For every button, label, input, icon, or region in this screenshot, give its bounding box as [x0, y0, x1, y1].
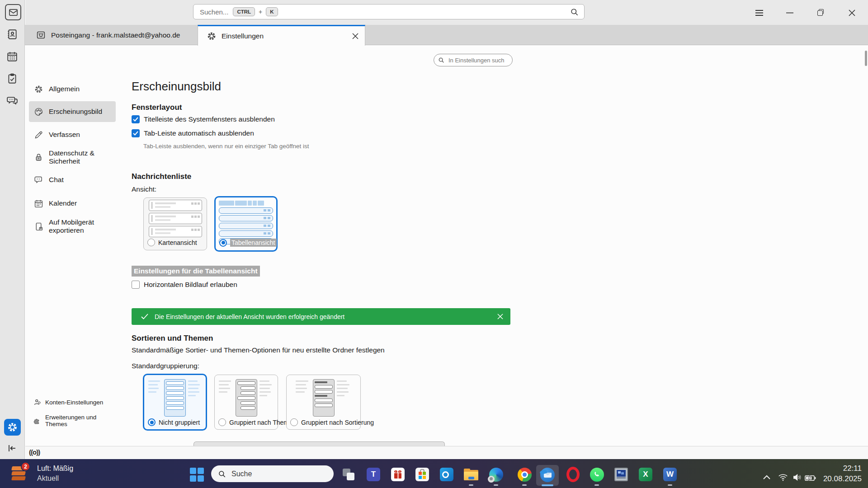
chevron-up-icon — [763, 475, 770, 479]
running-indicator — [522, 484, 527, 486]
sidebar-item-erscheinungsbild[interactable]: Erscheinungsbild — [29, 101, 116, 122]
settings-search-input[interactable] — [448, 56, 508, 64]
app-menu-button[interactable] — [752, 6, 766, 19]
word-button[interactable]: W — [663, 467, 677, 482]
file-explorer-button[interactable] — [464, 467, 478, 482]
outlook-button[interactable] — [439, 467, 454, 482]
tray-battery-button[interactable] — [803, 471, 817, 485]
rewards-button[interactable] — [391, 467, 405, 482]
tray-chevron-button[interactable] — [760, 470, 774, 484]
sidebar-item-erweiterungen[interactable]: Erweiterungen und Themes — [29, 414, 118, 427]
grouping-illustration — [296, 379, 351, 417]
radio-checked[interactable] — [148, 418, 156, 426]
option-gruppiert-sortierung[interactable]: Gruppiert nach Sortierung — [286, 375, 361, 430]
grouping-illustration — [219, 379, 274, 417]
space-mail-button[interactable] — [5, 4, 21, 20]
teams-button[interactable]: T — [366, 467, 381, 482]
toast-close-icon[interactable] — [497, 314, 503, 319]
section-fensterlayout: Fensterlayout — [132, 103, 182, 112]
radio-unchecked[interactable] — [218, 418, 226, 426]
radio-checked[interactable] — [219, 239, 227, 247]
checkbox-horizontal-scroll[interactable]: Horizontalen Bildlauf erlauben — [132, 281, 237, 289]
gear-icon — [34, 84, 43, 94]
radio-unchecked[interactable] — [290, 418, 298, 426]
account-settings-icon — [33, 398, 41, 406]
close-icon — [849, 9, 855, 16]
space-chat-button[interactable] — [6, 95, 19, 107]
radio-status-icon: ((o)) — [29, 448, 868, 456]
notification-badge: 2 — [21, 462, 30, 471]
option-nicht-gruppiert[interactable]: Nicht gruppiert — [143, 374, 207, 431]
checkbox-autohide-tabbar[interactable]: Tab-Leiste automatisch ausblenden — [132, 129, 254, 137]
radio-unchecked[interactable] — [147, 239, 155, 246]
table-view-illustration — [216, 201, 276, 244]
checkbox-checked-icon[interactable] — [132, 129, 140, 137]
running-indicator — [469, 484, 473, 486]
sidebar-item-datenschutz[interactable]: Datenschutz & Sicherheit — [29, 147, 116, 167]
option-label: Nicht gruppiert — [159, 419, 200, 426]
mail-tab-icon — [36, 30, 46, 40]
restore-icon — [817, 9, 825, 16]
close-window-button[interactable] — [845, 6, 859, 19]
option-gruppiert-thema[interactable]: Gruppiert nach Thema — [214, 375, 278, 430]
tab-inbox[interactable]: Posteingang - frank.malstaedt@yahoo.de — [32, 25, 190, 45]
minimize-button[interactable] — [783, 6, 797, 19]
tray-volume-button[interactable] — [790, 470, 804, 484]
sidebar-item-allgemein[interactable]: Allgemein — [29, 79, 116, 99]
checkbox-checked-icon[interactable] — [132, 115, 140, 123]
edge-button[interactable] — [489, 467, 503, 482]
option-label: Gruppiert nach Thema — [229, 419, 292, 426]
close-tab-icon[interactable] — [352, 33, 359, 39]
sidebar-item-konten-einstellungen[interactable]: Konten-Einstellungen — [29, 395, 118, 409]
settings-search-box[interactable] — [434, 54, 513, 66]
wifi-icon — [778, 474, 788, 481]
sidebar-item-label: Chat — [49, 176, 64, 184]
weather-title: Luft: Mäßig — [37, 465, 73, 473]
sidebar-item-chat[interactable]: Chat — [29, 170, 116, 190]
store-icon — [415, 468, 429, 481]
clock-time: 22:11 — [823, 463, 862, 474]
store-button[interactable] — [415, 467, 429, 482]
running-indicator — [594, 484, 599, 486]
thunderbird-button-active[interactable] — [536, 465, 559, 486]
checkbox-hide-titlebar[interactable]: Titelleiste des Systemfensters ausblende… — [132, 115, 275, 123]
whatsapp-button[interactable] — [590, 467, 604, 482]
option-kartenansicht[interactable]: Kartenansicht — [143, 197, 207, 250]
vm-console-button[interactable] — [614, 467, 628, 482]
checkbox-label: Horizontalen Bildlauf erlauben — [144, 281, 237, 289]
space-tasks-button[interactable] — [6, 73, 19, 85]
task-view-icon — [343, 469, 354, 480]
restore-button[interactable] — [814, 6, 828, 19]
ansicht-label: Ansicht: — [132, 185, 156, 193]
global-search-bar[interactable]: Suchen... CTRL + K — [193, 4, 585, 19]
task-view-button[interactable] — [341, 467, 356, 482]
speaker-icon — [793, 474, 802, 481]
minimize-icon — [786, 12, 793, 14]
space-settings-button[interactable] — [4, 419, 21, 436]
sidebar-item-label: Verfassen — [49, 131, 80, 139]
scrollbar-thumb[interactable] — [865, 51, 867, 66]
tray-clock[interactable]: 22:11 20.08.2025 — [823, 463, 862, 484]
tab-settings[interactable]: Einstellungen — [198, 25, 365, 46]
option-tabellenansicht[interactable]: Tabellenansicht — [214, 196, 278, 252]
start-button[interactable] — [189, 467, 204, 482]
global-search-placeholder: Suchen... — [200, 8, 228, 16]
space-addressbook-button[interactable] — [6, 28, 19, 41]
section-nachrichtenliste: Nachrichtenliste — [132, 172, 191, 181]
tray-wifi-button[interactable] — [776, 470, 790, 484]
search-icon — [218, 470, 226, 478]
sidebar-item-verfassen[interactable]: Verfassen — [29, 125, 116, 145]
weather-subtitle: Aktuell — [37, 474, 59, 483]
sidebar-item-kalender[interactable]: Kalender — [29, 193, 116, 213]
taskbar-weather-widget[interactable]: 2 Luft: Mäßig Aktuell — [8, 462, 112, 485]
checkbox-label: Titelleiste des Systemfensters ausblende… — [144, 115, 275, 123]
taskbar-search[interactable]: Suche — [211, 465, 334, 482]
chrome-button[interactable] — [517, 467, 532, 482]
checkbox-unchecked-icon[interactable] — [132, 281, 140, 289]
collapse-spaces-button[interactable] — [7, 443, 18, 454]
sidebar-item-mobil-export[interactable]: Auf Mobilgerät exportieren — [29, 215, 116, 238]
opera-icon — [566, 467, 580, 482]
space-calendar-button[interactable] — [6, 51, 19, 63]
excel-button[interactable]: X — [638, 467, 653, 482]
opera-button[interactable] — [566, 467, 580, 482]
